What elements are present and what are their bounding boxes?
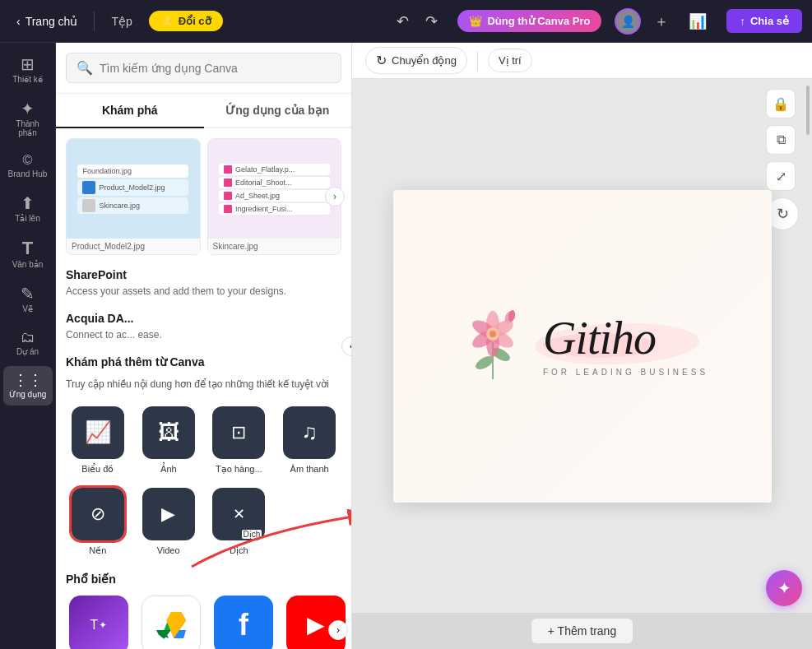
avatar[interactable]: 👤 xyxy=(615,8,641,35)
design-icon: ⊞ xyxy=(21,56,35,72)
canvas-main: 🔒 ⧉ ⤢ ↻ xyxy=(352,79,812,613)
app-grid: 📈 Biểu đồ 🖼 Ảnh ⊡ Tạo hàng... ♫ Âm thanh xyxy=(66,403,341,559)
app-am-thanh[interactable]: ♫ Âm thanh xyxy=(277,403,341,478)
ai-button[interactable]: ✦ xyxy=(766,570,802,606)
popular-text-to-image[interactable]: T✦ Text to I... xyxy=(66,596,132,649)
undo-button[interactable]: ↶ xyxy=(390,9,415,34)
explore-sub: Truy cập nhiều nội dung hơn để tạo những… xyxy=(66,378,341,390)
app-bieu-do[interactable]: 📈 Biểu đồ xyxy=(66,403,130,478)
sidebar-label-du-an: Dự án xyxy=(16,347,39,356)
upgrade-button[interactable]: ⭐ Đổi cỡ xyxy=(149,11,223,31)
position-label: Vị trí xyxy=(499,54,522,67)
facebook-icon: f xyxy=(214,596,273,649)
canvas-scrollbar[interactable] xyxy=(805,79,810,613)
try-pro-button[interactable]: 👑 Dùng thử Canva Pro xyxy=(457,10,601,32)
app-video[interactable]: ▶ Video xyxy=(137,484,201,559)
try-pro-label: Dùng thử Canva Pro xyxy=(487,15,590,27)
motion-label: Chuyển động xyxy=(392,54,457,67)
design-content: Gitiho FOR LEADING BUSINESS xyxy=(456,301,708,392)
redo-button[interactable]: ↷ xyxy=(419,9,444,34)
share-label: Chia sẻ xyxy=(750,15,789,27)
sidebar-label-tai-len: Tải lên xyxy=(15,214,39,223)
popular-section: T✦ Text to I... xyxy=(66,596,341,649)
popular-chevron[interactable]: › xyxy=(328,620,348,640)
sidebar-item-ve[interactable]: ✎ Vẽ xyxy=(3,279,53,320)
sidebar-label-ve: Vẽ xyxy=(22,304,33,313)
featured-row: Foundation.jpg Product_Model2.jpg Skinca… xyxy=(66,138,341,255)
tab-ung-dung-cua-ban[interactable]: Ứng dụng của bạn xyxy=(204,94,352,128)
tab-kham-pha[interactable]: Khám phá xyxy=(56,94,204,128)
design-logo-area: Gitiho FOR LEADING BUSINESS xyxy=(456,301,708,392)
text-to-image-icon: T✦ xyxy=(69,596,128,649)
sidebar-item-tai-len[interactable]: ⬆ Tải lên xyxy=(3,188,53,229)
tao-hang-icon: ⊡ xyxy=(212,406,265,459)
app-tao-hang[interactable]: ⊡ Tạo hàng... xyxy=(207,403,271,478)
app-anh[interactable]: 🖼 Ảnh xyxy=(137,403,201,478)
motion-button[interactable]: ↻ Chuyển động xyxy=(365,47,467,74)
project-icon: 🗂 xyxy=(21,330,35,345)
position-button[interactable]: Vị trí xyxy=(488,49,532,72)
popular-google-drive[interactable]: Google D... xyxy=(138,596,204,649)
duplicate-button[interactable]: ⧉ xyxy=(766,125,796,155)
sidebar-label-thanh-phan: Thành phần xyxy=(7,119,49,137)
explore-title: Khám phá thêm từ Canva xyxy=(66,355,341,369)
sidebar-item-brand-hub[interactable]: © Brand Hub xyxy=(3,147,53,185)
sidebar-item-thiet-ke[interactable]: ⊞ Thiết kế xyxy=(3,49,53,90)
add-page-label: + Thêm trang xyxy=(548,624,616,637)
app-dich[interactable]: ✕ Dịch Dịch xyxy=(207,484,271,559)
add-user-button[interactable]: ＋ xyxy=(647,8,675,35)
search-input[interactable] xyxy=(100,62,331,75)
sidebar-item-du-an[interactable]: 🗂 Dự án xyxy=(3,323,53,363)
topbar-divider xyxy=(94,12,95,31)
app-nen[interactable]: ⊘ Nền xyxy=(66,484,130,559)
share-button[interactable]: ↑ Chia sẻ xyxy=(726,9,802,33)
sidebar-label-thiet-ke: Thiết kế xyxy=(12,75,42,84)
video-icon: ▶ xyxy=(142,488,195,540)
acquia-desc: Connect to ac... ease. xyxy=(66,328,341,342)
elements-icon: ✦ xyxy=(21,100,35,117)
sharepoint-desc: Access your assets and add them to your … xyxy=(66,285,341,299)
featured-section: Foundation.jpg Product_Model2.jpg Skinca… xyxy=(66,138,341,255)
am-thanh-label: Âm thanh xyxy=(290,464,329,474)
sharepoint-entry: SharePoint Access your assets and add th… xyxy=(66,268,341,299)
topbar-icons: 👤 ＋ 📊 xyxy=(615,8,713,35)
topbar-left: ‹ Trang chủ Tệp ⭐ Đổi cỡ xyxy=(10,11,223,31)
popular-row: T✦ Text to I... xyxy=(66,596,341,649)
popular-facebook[interactable]: f Facebook xyxy=(211,596,276,649)
svg-point-11 xyxy=(490,331,496,337)
flower-illustration xyxy=(456,301,530,392)
search-box: 🔍 xyxy=(66,53,341,83)
topbar: ‹ Trang chủ Tệp ⭐ Đổi cỡ ↶ ↷ 👑 Dùng thử … xyxy=(0,0,812,43)
apps-panel: 🔍 Khám phá Ứng dụng của bạn Foundation.j… xyxy=(56,43,352,649)
sidebar-item-van-ban[interactable]: T Văn bản xyxy=(3,233,53,276)
analytics-button[interactable]: 📊 xyxy=(682,9,713,34)
toolbar-divider xyxy=(477,51,478,71)
scrollbar-thumb xyxy=(806,86,810,135)
sharepoint-card[interactable]: Foundation.jpg Product_Model2.jpg Skinca… xyxy=(66,138,201,255)
sidebar-label-van-ban: Văn bản xyxy=(12,260,44,269)
design-card[interactable]: Gitiho FOR LEADING BUSINESS xyxy=(393,190,772,503)
tao-hang-label: Tạo hàng... xyxy=(216,464,262,475)
brand-tagline: FOR LEADING BUSINESS xyxy=(543,368,708,377)
canvas-bottom: + Thêm trang xyxy=(352,613,812,649)
popular-title: Phổ biến xyxy=(66,573,341,586)
acquia-label: Skincare.jpg xyxy=(208,239,341,254)
nen-label: Nền xyxy=(89,545,106,556)
lock-button[interactable]: 🔒 xyxy=(766,89,796,118)
file-menu[interactable]: Tệp xyxy=(104,12,138,31)
brand-text-area: Gitiho FOR LEADING BUSINESS xyxy=(543,315,708,377)
back-button[interactable]: ‹ Trang chủ xyxy=(10,12,84,31)
upgrade-label: Đổi cỡ xyxy=(179,15,211,27)
bieu-do-label: Biểu đồ xyxy=(81,464,114,475)
draw-icon: ✎ xyxy=(21,285,35,302)
add-page-button[interactable]: + Thêm trang xyxy=(531,619,633,643)
text-icon: T xyxy=(22,239,33,257)
crown-icon: 👑 xyxy=(469,15,482,27)
expand-button[interactable]: ⤢ xyxy=(766,161,796,191)
featured-chevron[interactable]: › xyxy=(325,187,345,206)
canvas-area: ↻ Chuyển động Vị trí 🔒 ⧉ ⤢ ↻ xyxy=(352,43,812,649)
acquia-card[interactable]: Gelato_Flatlay.p... Editorial_Shoot... A… xyxy=(207,138,342,255)
undo-redo-group: ↶ ↷ xyxy=(390,9,444,34)
sidebar-item-thanh-phan[interactable]: ✦ Thành phần xyxy=(3,94,53,144)
sidebar-item-ung-dung[interactable]: ⋮⋮ Ứng dụng xyxy=(3,366,53,406)
